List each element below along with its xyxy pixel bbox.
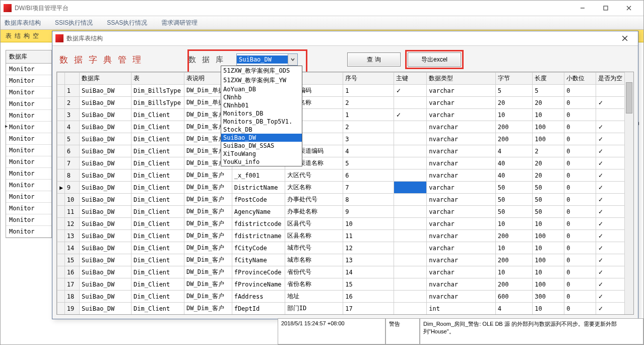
cell[interactable]: Dim_Client	[132, 157, 184, 169]
cell[interactable]: 50	[533, 206, 564, 218]
back-col-header[interactable]: 数据库	[6, 50, 51, 64]
vertical-scrollbar[interactable]	[624, 72, 633, 314]
cell[interactable]: 6	[343, 169, 394, 182]
dropdown-option[interactable]: CNnhb01	[221, 101, 302, 109]
table-row[interactable]: 19SuiBao_DWDim_ClientDW_Dim_客户fDeptId部门I…	[57, 303, 633, 315]
back-col-cell[interactable]: Monitor	[6, 133, 51, 145]
cell[interactable]: DW_Dim_客户	[184, 194, 232, 206]
back-col-cell[interactable]: Monitor	[6, 156, 51, 168]
cell[interactable]: 9	[65, 182, 79, 194]
column-header[interactable]	[65, 73, 79, 85]
cell[interactable]: Dim_Client	[132, 194, 184, 206]
cell[interactable]: 0	[564, 157, 596, 169]
cell[interactable]	[57, 303, 65, 315]
cell[interactable]: 0	[564, 121, 596, 133]
cell[interactable]	[57, 157, 65, 169]
cell[interactable]	[57, 315, 65, 315]
column-header[interactable]	[57, 73, 65, 85]
cell[interactable]: 2	[65, 97, 79, 109]
cell[interactable]: fCityCode	[232, 242, 285, 254]
column-header[interactable]: 数据库	[80, 73, 132, 85]
cell[interactable]	[57, 254, 65, 266]
cell[interactable]: 0	[564, 97, 596, 109]
cell[interactable]: 地址	[285, 291, 343, 303]
cell[interactable]: 0	[564, 315, 596, 315]
cell[interactable]: nvarchar	[427, 254, 496, 266]
cell[interactable]: 20	[495, 97, 533, 109]
cell[interactable]: 20	[533, 97, 564, 109]
cell[interactable]: 200	[495, 133, 533, 145]
cell[interactable]: 10	[495, 266, 533, 278]
cell[interactable]: 联系人	[285, 315, 343, 315]
table-row[interactable]: ▶9SuiBao_DWDim_ClientDW_Dim_客户DistrictNa…	[57, 182, 633, 194]
cell[interactable]	[394, 206, 427, 218]
cell[interactable]: SuiBao_DW	[80, 169, 132, 182]
back-col-cell[interactable]: Monitor	[6, 64, 51, 75]
cell[interactable]: Dim_Client	[132, 145, 184, 157]
back-col-cell[interactable]: Monitor	[6, 110, 51, 122]
cell[interactable]: 20	[533, 157, 564, 169]
cell[interactable]: Dim_Client	[132, 254, 184, 266]
cell[interactable]: ✓	[394, 85, 427, 97]
child-close-button[interactable]	[615, 35, 635, 41]
cell[interactable]: fPostCode	[232, 194, 285, 206]
cell[interactable]: DW_Dim_客户	[184, 182, 232, 194]
cell[interactable]: SuiBao_DW	[80, 194, 132, 206]
table-row[interactable]: 12SuiBao_DWDim_ClientDW_Dim_客户fdistrictc…	[57, 218, 633, 230]
cell[interactable]: 100	[533, 121, 564, 133]
cell[interactable]: Dim_BillsType	[132, 85, 184, 97]
back-col-cell[interactable]: Monitor	[6, 168, 51, 180]
cell[interactable]: fAddress	[232, 291, 285, 303]
cell[interactable]: 0	[564, 194, 596, 206]
cell[interactable]	[394, 145, 427, 157]
cell[interactable]	[57, 266, 65, 278]
cell[interactable]: 12	[343, 242, 394, 254]
cell[interactable]	[57, 85, 65, 97]
cell[interactable]: 15	[65, 254, 79, 266]
cell[interactable]: 0	[564, 303, 596, 315]
cell[interactable]: 城市代号	[285, 242, 343, 254]
cell[interactable]: 0	[564, 109, 596, 121]
cell[interactable]: 10	[343, 218, 394, 230]
cell[interactable]: DW_Dim_客户	[184, 242, 232, 254]
cell[interactable]: DW_Dim_客户	[184, 218, 232, 230]
cell[interactable]	[394, 315, 427, 315]
cell[interactable]: 省份代号	[285, 266, 343, 278]
db-dropdown-list[interactable]: 51ZXW_教学案例库_ODS51ZXW_教学案例库_YWAoYuan_DBCN…	[221, 66, 302, 166]
cell[interactable]: ✓	[394, 109, 427, 121]
cell[interactable]: varchar	[427, 266, 496, 278]
cell[interactable]: SuiBao_DW	[80, 121, 132, 133]
table-row[interactable]: 11SuiBao_DWDim_ClientDW_Dim_客户AgencyName…	[57, 206, 633, 218]
cell[interactable]: nvarchar	[427, 291, 496, 303]
cell[interactable]	[394, 97, 427, 109]
cell[interactable]: DW_Dim_客户	[184, 291, 232, 303]
cell[interactable]: DW_Dim_客户	[184, 206, 232, 218]
cell[interactable]: Dim_Client	[132, 182, 184, 194]
table-row[interactable]: 15SuiBao_DWDim_ClientDW_Dim_客户fCityName城…	[57, 254, 633, 266]
cell[interactable]: 10	[533, 218, 564, 230]
cell[interactable]: ✓	[596, 315, 633, 315]
cell[interactable]: 4	[65, 121, 79, 133]
cell[interactable]: 2	[533, 145, 564, 157]
cell[interactable]: 2	[343, 97, 394, 109]
cell[interactable]: 6	[65, 145, 79, 157]
cell[interactable]: varchar	[427, 97, 496, 109]
cell[interactable]: nvarchar	[427, 169, 496, 182]
cell[interactable]: 200	[495, 278, 533, 291]
cell[interactable]: 区县名称	[285, 230, 343, 242]
cell[interactable]: 省份名称	[285, 278, 343, 291]
table-row[interactable]: 8SuiBao_DWDim_ClientDW_Dim_客户_x_f001大区代号…	[57, 169, 633, 182]
dropdown-option[interactable]: 51ZXW_教学案例库_YW	[221, 76, 302, 85]
table-row[interactable]: 2SuiBao_DWDim_BillsTypeDW_Dim_单据类型类型名称2v…	[57, 97, 633, 109]
cell[interactable]: DistrictName	[232, 182, 285, 194]
menu-ssas[interactable]: SSAS执行情况	[107, 19, 147, 27]
cell[interactable]: 100	[533, 254, 564, 266]
cell[interactable]: varchar	[427, 218, 496, 230]
cell[interactable]: 0	[564, 145, 596, 157]
cell[interactable]: 大区名称	[285, 182, 343, 194]
cell[interactable]: 1	[65, 85, 79, 97]
cell[interactable]: 600	[495, 291, 533, 303]
cell[interactable]: 5	[533, 85, 564, 97]
cell[interactable]: 城市名称	[285, 254, 343, 266]
column-header[interactable]: 序号	[343, 73, 394, 85]
